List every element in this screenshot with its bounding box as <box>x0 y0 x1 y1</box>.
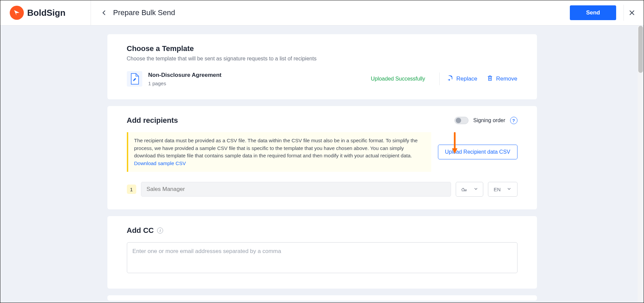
replace-button[interactable]: Replace <box>447 75 477 83</box>
header: BoldSign Prepare Bulk Send Send <box>0 0 644 26</box>
next-card-peek <box>107 295 537 301</box>
chevron-down-icon <box>507 187 511 192</box>
signing-order-label: Signing order <box>473 117 505 123</box>
main: Choose a Template Choose the template th… <box>0 26 644 301</box>
template-info: Non-Disclosure Agreement 1 pages <box>148 72 371 86</box>
info-icon[interactable]: i <box>157 228 163 234</box>
replace-icon <box>447 75 454 83</box>
recipient-number: 1 <box>127 185 136 194</box>
csv-info-box: The recipient data must be provided as a… <box>127 132 431 172</box>
signature-icon <box>461 186 467 193</box>
close-button[interactable] <box>624 5 640 21</box>
recipient-row: 1 EN <box>127 182 517 197</box>
upload-status: Uploaded Successfully <box>371 76 425 82</box>
document-icon <box>127 71 142 87</box>
scrollbar-thumb[interactable] <box>638 26 643 73</box>
signing-order-toggle[interactable] <box>454 117 468 124</box>
recipients-card: Add recipients Signing order ? The recip… <box>107 106 537 209</box>
send-button[interactable]: Send <box>570 5 616 20</box>
language-label: EN <box>494 187 501 192</box>
signature-type-dropdown[interactable] <box>456 182 483 197</box>
toggle-knob <box>456 118 461 123</box>
remove-label: Remove <box>496 75 517 82</box>
template-card-title: Choose a Template <box>127 44 517 53</box>
template-pages: 1 pages <box>148 81 371 86</box>
back-button[interactable] <box>99 8 109 18</box>
trash-icon <box>487 75 493 83</box>
download-sample-link[interactable]: Download sample CSV <box>134 160 186 166</box>
cc-input[interactable] <box>127 242 517 273</box>
help-icon[interactable]: ? <box>510 117 517 124</box>
remove-button[interactable]: Remove <box>487 75 517 83</box>
divider <box>439 72 440 85</box>
template-card-subtitle: Choose the template that will be sent as… <box>127 56 517 62</box>
replace-label: Replace <box>456 75 477 82</box>
page-title: Prepare Bulk Send <box>113 8 175 17</box>
upload-csv-button[interactable]: Upload Recipient data CSV <box>438 145 517 159</box>
csv-info-text: The recipient data must be provided as a… <box>134 138 418 158</box>
logo-area[interactable]: BoldSign <box>0 0 91 25</box>
logo-icon <box>10 6 24 20</box>
logo-text: BoldSign <box>27 8 65 18</box>
signing-order-area: Signing order ? <box>454 117 517 124</box>
chevron-down-icon <box>474 187 478 192</box>
template-row: Non-Disclosure Agreement 1 pages Uploade… <box>127 71 517 87</box>
recipients-title: Add recipients <box>127 116 178 125</box>
language-dropdown[interactable]: EN <box>488 182 517 197</box>
recipient-role-input[interactable] <box>141 182 451 197</box>
cc-title: Add CC <box>127 226 154 235</box>
template-card: Choose a Template Choose the template th… <box>107 34 537 99</box>
template-name: Non-Disclosure Agreement <box>148 72 371 79</box>
cc-card: Add CC i <box>107 216 537 289</box>
